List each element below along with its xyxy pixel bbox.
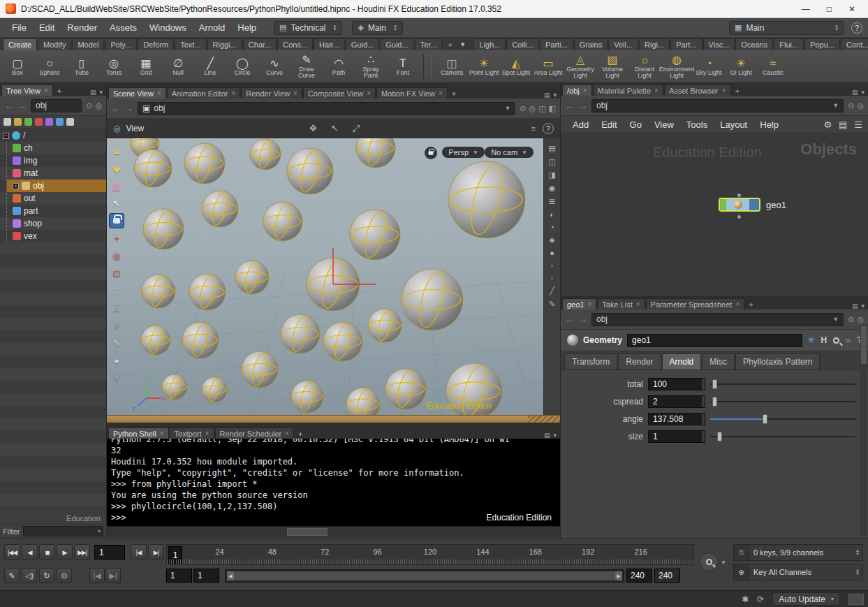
tab-take-list[interactable]: Take List× [597,298,645,309]
slash-tool-icon[interactable]: ╱ [550,286,554,295]
shelf-tab-hair[interactable]: Hair... [314,38,345,50]
main-combo[interactable]: ▦ Main ▲▼ [729,21,844,35]
params-vscrollbar[interactable] [860,325,867,536]
shelf-add-icon[interactable]: + [443,41,455,50]
tab-render-scheduler[interactable]: Render Scheduler× [215,427,295,439]
wrench-icon[interactable]: ⚙ [823,119,832,130]
secure-selection-lock-icon[interactable] [110,214,124,228]
pane-caret-icon[interactable]: ▾ [861,302,865,309]
tree-row-vex[interactable]: vex [7,230,106,242]
tool-camera[interactable]: ◫Camera [436,52,468,81]
refresh-icon[interactable]: ⟳ [757,594,764,604]
pane-menu-icon[interactable]: ▤ [852,89,858,96]
tab-obj[interactable]: /obj× [562,85,592,96]
menu-arnold[interactable]: Arnold [193,22,232,33]
brush-tool-icon[interactable]: ✎ [110,336,124,350]
auto-key-icon[interactable]: ✎ [4,568,20,583]
python-shell[interactable]: Python 2.7.5 (default, Sep 22 2018, 00:1… [107,439,560,526]
go-to-start-button[interactable]: |◀◀ [4,544,20,560]
sculpt-sphere-icon[interactable]: ● [110,353,124,367]
tool-caustic[interactable]: ≈Caustic [757,52,789,81]
expander-icon[interactable]: + [13,183,19,189]
path-caret-icon[interactable]: ▼ [832,102,839,109]
shade-mode-icon[interactable]: ◐ [550,210,554,219]
play-button[interactable]: ▶ [57,544,73,560]
status-scroll-nub[interactable] [848,594,864,605]
tool-circle[interactable]: ◯Circle [226,52,258,81]
pane-menu-icon[interactable]: ▤ [852,302,858,309]
scale-handle-icon[interactable]: ⊡ [110,266,124,280]
shelf-tab-ter[interactable]: Ter... [415,38,443,50]
netmenu-help[interactable]: Help [753,119,785,130]
pen-tool-icon[interactable]: ✎ [549,300,555,309]
viewport-lock-icon[interactable] [425,147,437,159]
transform-tool-icon[interactable]: ⤢ [353,123,360,134]
lock-view-icon[interactable]: ◉ [549,184,556,193]
tab-render-view[interactable]: Render View× [241,87,302,98]
param-value-field[interactable]: 137.508 [648,413,705,425]
console-hscrollbar[interactable] [107,526,560,537]
viewbar-help-icon[interactable]: ? [543,123,554,134]
pane-menu-icon[interactable]: ▤ [90,89,96,96]
network-path-field[interactable]: obj ▼ [591,99,844,112]
play-backward-button[interactable]: ◀ [22,544,38,560]
stop-button[interactable]: ■ [39,544,55,560]
network-canvas[interactable]: Education Edition Objects geo1 [561,133,868,297]
range-slider[interactable]: ◀ ▶ [225,569,624,583]
display-options-icon[interactable]: ▤ [548,144,555,153]
shelf-tab-popu[interactable]: Popu... [804,38,840,50]
tab-close-icon[interactable]: × [587,300,591,308]
shelf-tab-visc[interactable]: Visc... [703,38,735,50]
more-top-icon[interactable]: ▼ [110,319,124,332]
tool-curve[interactable]: ∿Curve [258,52,290,81]
network-add-tab-icon[interactable]: + [732,87,743,96]
tree-row-img[interactable]: img [7,154,106,167]
netmenu-tools[interactable]: Tools [680,119,714,130]
pane-caret-icon[interactable]: ▾ [861,89,865,96]
tool-distant-light[interactable]: ☼Distant Light [628,52,661,81]
param-slider[interactable] [710,395,858,408]
scrollbar-handle[interactable] [861,326,867,364]
shelf-tab-guid[interactable]: Guid... [380,38,413,50]
tab-parameter-spreadsheet[interactable]: Parameter Spreadsheet× [646,298,745,309]
handles-tool-icon[interactable]: ◆ [110,161,124,175]
tree-row-part[interactable]: part [7,205,106,217]
gear-icon[interactable]: ✳ [807,335,814,345]
camera-view-icon[interactable]: ◫ [548,157,555,166]
folder-tab-transform[interactable]: Transform [564,353,617,370]
dot-toggle-3-icon[interactable]: ◦ [551,274,554,282]
shelf-tab-cont[interactable]: Cont... [841,38,868,50]
tree-add-tab-icon[interactable]: + [54,87,65,96]
pin-icon[interactable]: ⊙ [848,101,854,110]
playback-start-field[interactable]: 1 [193,569,219,583]
camera-selector[interactable]: No cam ▼ [485,147,534,158]
path-caret-icon[interactable]: ▼ [832,316,839,323]
shelf-tab-poly[interactable]: Poly... [105,38,137,50]
target-icon[interactable]: ◎ [857,101,864,110]
node-flag-right[interactable] [749,199,759,210]
range-slider-left-handle[interactable]: ◀ [227,571,234,580]
tab-material-palette[interactable]: Material Palette× [593,85,663,96]
tool-null[interactable]: ∅Null [162,52,194,81]
path-caret-icon[interactable]: ▼ [504,105,510,112]
rotate-handle-icon[interactable]: ◎ [110,249,124,263]
param-value-field[interactable]: 100 [648,378,705,390]
forward-icon[interactable]: → [17,101,27,111]
folder-tab-arnold[interactable]: Arnold [662,353,702,370]
param-slider[interactable] [710,413,858,425]
shelf-tab-oceans[interactable]: Oceans [735,38,773,50]
tool-tube[interactable]: ▯Tube [66,52,98,81]
tab-motion-fx-view[interactable]: Motion FX View× [376,87,448,98]
tree-row-root[interactable]: −/ [0,129,106,142]
tree-filter-icon-5[interactable] [45,118,53,126]
tab-close-icon[interactable]: × [205,430,209,437]
tree-row-obj[interactable]: +obj [7,180,106,192]
technical-combo[interactable]: ▤ Technical ▲▼ [274,21,342,35]
pane-menu-icon[interactable]: ▤ [544,432,550,439]
paint-select-icon[interactable]: ▩ [110,179,124,193]
geo1-node[interactable] [719,198,760,212]
scene-path-field[interactable]: ▣ obj ▼ [138,102,515,115]
back-icon[interactable]: ← [565,314,574,325]
forward-icon[interactable]: → [578,101,587,111]
shelf-tab-cons[interactable]: Cons... [277,38,313,50]
